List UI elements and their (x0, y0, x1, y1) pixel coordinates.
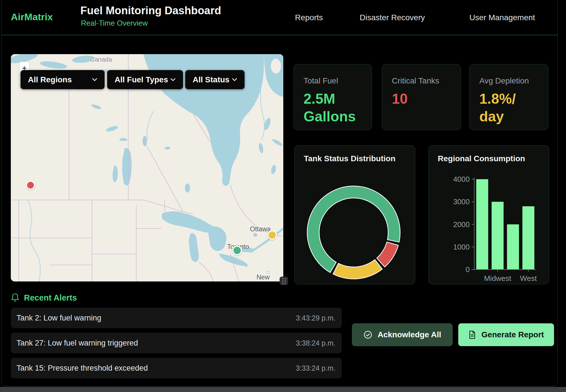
map-label-new-york: New York (256, 273, 283, 281)
alert-timestamp: 3:43:29 p.m. (296, 314, 335, 322)
new-york-town-icon (267, 271, 269, 274)
kpi-label: Critical Tanks (392, 76, 461, 85)
svg-text:Midwest: Midwest (484, 274, 511, 283)
panel-title: Tank Status Distribution (304, 154, 396, 163)
tank-status-donut-chart (295, 146, 416, 285)
button-label: Generate Report (481, 330, 544, 339)
status-filter-dropdown[interactable]: All Status (185, 70, 245, 89)
regional-consumption-bar-chart: 01000200030004000MidwestWest (429, 146, 549, 285)
nav-user-management[interactable]: User Management (469, 13, 535, 22)
kpi-total-fuel: Total Fuel 2.5M Gallons (294, 64, 372, 130)
svg-text:2000: 2000 (453, 220, 470, 229)
acknowledge-all-button[interactable]: Acknowledge All (352, 323, 453, 346)
header-divider (1, 35, 558, 35)
fuel-type-filter-value: All Fuel Types (115, 75, 168, 84)
status-filter-value: All Status (193, 75, 229, 84)
svg-text:West: West (520, 274, 537, 283)
tank-marker-warning[interactable] (267, 230, 277, 240)
generate-report-button[interactable]: Generate Report (458, 323, 554, 346)
kpi-critical-tanks: Critical Tanks 10 (382, 64, 461, 130)
chevron-down-icon (232, 78, 237, 81)
circle-check-icon (363, 330, 372, 339)
svg-text:1000: 1000 (453, 243, 470, 251)
nav-reports[interactable]: Reports (295, 13, 323, 22)
map-label-ottawa: Ottawa (250, 225, 271, 233)
map-label-canada: Canada (90, 56, 112, 63)
alerts-section-title: Recent Alerts (24, 293, 77, 303)
alert-timestamp: 3:33:24 p.m. (296, 364, 335, 372)
chevron-down-icon (92, 78, 97, 81)
kpi-value: 10 (392, 90, 461, 108)
chevron-down-icon (170, 78, 176, 81)
panel-title: Regional Consumption (438, 154, 525, 163)
svg-text:0: 0 (466, 265, 470, 274)
kpi-label: Total Fuel (304, 76, 372, 85)
fuel-type-filter-dropdown[interactable]: All Fuel Types (107, 70, 183, 89)
svg-text:4000: 4000 (453, 175, 470, 183)
tank-marker-critical[interactable] (26, 181, 35, 190)
window-bottom-bar (0, 387, 566, 392)
nav-disaster-recovery[interactable]: Disaster Recovery (360, 13, 425, 22)
kpi-value: 1.8%/ day (479, 90, 548, 125)
report-document-icon (468, 330, 476, 339)
map-resize-handle[interactable] (280, 277, 288, 285)
region-filter-value: All Regions (28, 75, 72, 84)
page-subtitle: Real-Time Overview (81, 19, 148, 28)
button-label: Acknowledge All (378, 330, 441, 339)
alert-row[interactable]: Tank 2: Low fuel warning 3:43:29 p.m. (11, 308, 342, 328)
kpi-label: Avg Depletion (479, 76, 548, 85)
alert-text: Tank 15: Pressure threshold exceeded (17, 364, 148, 373)
alert-timestamp: 3:38:24 p.m. (296, 339, 335, 347)
region-filter-dropdown[interactable]: All Regions (21, 70, 105, 89)
tank-marker-normal[interactable] (232, 246, 242, 255)
regional-consumption-panel: Regional Consumption 01000200030004000Mi… (428, 145, 549, 284)
alert-row[interactable]: Tank 27: Low fuel warning triggered 3:38… (11, 333, 342, 353)
app-logo: AirMatrix (11, 11, 53, 23)
tank-map[interactable]: Canada Ottawa Toronto New York + − All R… (11, 54, 283, 281)
kpi-avg-depletion: Avg Depletion 1.8%/ day (469, 64, 548, 130)
svg-text:3000: 3000 (453, 197, 470, 206)
tank-status-panel: Tank Status Distribution (294, 145, 415, 284)
alert-text: Tank 2: Low fuel warning (17, 314, 101, 322)
alert-row[interactable]: Tank 15: Pressure threshold exceeded 3:3… (11, 358, 342, 378)
ottawa-town-icon (253, 233, 257, 237)
alert-text: Tank 27: Low fuel warning triggered (17, 339, 138, 348)
bell-icon (11, 292, 19, 302)
kpi-value: 2.5M Gallons (304, 90, 372, 125)
page-title: Fuel Monitoring Dashboard (80, 5, 221, 17)
